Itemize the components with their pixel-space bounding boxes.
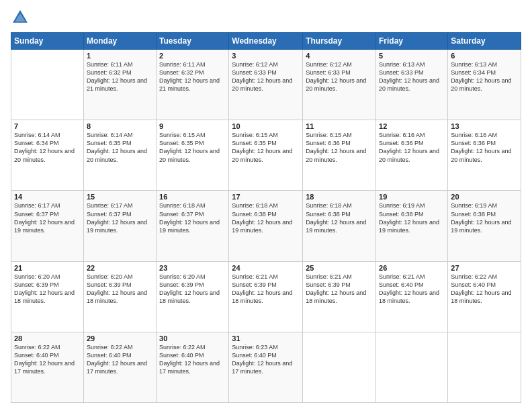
day-number: 5	[379, 52, 445, 60]
day-number: 6	[451, 52, 518, 60]
day-number: 23	[159, 264, 226, 272]
day-number: 25	[306, 264, 373, 272]
day-number: 10	[232, 122, 300, 130]
logo	[11, 8, 32, 27]
day-number: 28	[14, 334, 81, 342]
day-number: 27	[451, 264, 518, 272]
day-cell: 7 Sunrise: 6:14 AM Sunset: 6:34 PM Dayli…	[11, 120, 84, 191]
day-info: Sunrise: 6:11 AM Sunset: 6:32 PM Dayligh…	[159, 60, 226, 93]
week-row-2: 14 Sunrise: 6:17 AM Sunset: 6:37 PM Dayl…	[11, 191, 521, 261]
week-row-1: 7 Sunrise: 6:14 AM Sunset: 6:34 PM Dayli…	[11, 120, 521, 191]
day-info: Sunrise: 6:22 AM Sunset: 6:40 PM Dayligh…	[14, 343, 81, 376]
day-cell: 8 Sunrise: 6:14 AM Sunset: 6:35 PM Dayli…	[83, 120, 156, 191]
col-header-sunday: Sunday	[11, 33, 84, 50]
day-info: Sunrise: 6:14 AM Sunset: 6:35 PM Dayligh…	[87, 131, 153, 164]
day-cell: 21 Sunrise: 6:20 AM Sunset: 6:39 PM Dayl…	[11, 261, 84, 332]
day-cell: 3 Sunrise: 6:12 AM Sunset: 6:33 PM Dayli…	[229, 50, 303, 120]
day-info: Sunrise: 6:13 AM Sunset: 6:34 PM Dayligh…	[451, 60, 518, 93]
day-number: 12	[379, 122, 445, 130]
logo-icon	[11, 8, 30, 27]
day-cell: 15 Sunrise: 6:17 AM Sunset: 6:37 PM Dayl…	[83, 191, 156, 261]
day-cell: 31 Sunrise: 6:23 AM Sunset: 6:40 PM Dayl…	[229, 332, 303, 402]
day-cell	[303, 332, 376, 402]
header	[11, 8, 521, 27]
day-cell: 16 Sunrise: 6:18 AM Sunset: 6:37 PM Dayl…	[157, 191, 229, 261]
day-cell: 22 Sunrise: 6:20 AM Sunset: 6:39 PM Dayl…	[83, 261, 156, 332]
day-number: 18	[306, 193, 373, 201]
day-info: Sunrise: 6:18 AM Sunset: 6:38 PM Dayligh…	[306, 201, 373, 234]
day-number: 17	[232, 193, 300, 201]
day-number: 8	[87, 122, 153, 130]
week-row-4: 28 Sunrise: 6:22 AM Sunset: 6:40 PM Dayl…	[11, 332, 521, 402]
day-info: Sunrise: 6:20 AM Sunset: 6:39 PM Dayligh…	[159, 273, 226, 306]
day-number: 7	[14, 122, 81, 130]
day-info: Sunrise: 6:15 AM Sunset: 6:35 PM Dayligh…	[159, 131, 226, 164]
col-header-friday: Friday	[376, 33, 448, 50]
day-number: 9	[159, 122, 226, 130]
col-header-tuesday: Tuesday	[157, 33, 229, 50]
day-info: Sunrise: 6:17 AM Sunset: 6:37 PM Dayligh…	[14, 201, 81, 234]
week-row-3: 21 Sunrise: 6:20 AM Sunset: 6:39 PM Dayl…	[11, 261, 521, 332]
day-info: Sunrise: 6:18 AM Sunset: 6:38 PM Dayligh…	[232, 201, 300, 234]
day-cell: 27 Sunrise: 6:22 AM Sunset: 6:40 PM Dayl…	[448, 261, 521, 332]
day-info: Sunrise: 6:13 AM Sunset: 6:33 PM Dayligh…	[379, 60, 445, 93]
day-info: Sunrise: 6:16 AM Sunset: 6:36 PM Dayligh…	[379, 131, 445, 164]
day-info: Sunrise: 6:16 AM Sunset: 6:36 PM Dayligh…	[451, 131, 518, 164]
day-cell: 29 Sunrise: 6:22 AM Sunset: 6:40 PM Dayl…	[83, 332, 156, 402]
day-number: 31	[232, 334, 300, 342]
day-number: 13	[451, 122, 518, 130]
day-cell	[448, 332, 521, 402]
day-info: Sunrise: 6:11 AM Sunset: 6:32 PM Dayligh…	[87, 60, 153, 93]
day-cell: 19 Sunrise: 6:19 AM Sunset: 6:38 PM Dayl…	[376, 191, 448, 261]
day-number: 22	[87, 264, 153, 272]
day-cell	[11, 50, 84, 120]
day-cell: 26 Sunrise: 6:21 AM Sunset: 6:40 PM Dayl…	[376, 261, 448, 332]
day-number: 19	[379, 193, 445, 201]
day-info: Sunrise: 6:12 AM Sunset: 6:33 PM Dayligh…	[306, 60, 373, 93]
col-header-monday: Monday	[83, 33, 156, 50]
day-cell: 23 Sunrise: 6:20 AM Sunset: 6:39 PM Dayl…	[157, 261, 229, 332]
day-number: 26	[379, 264, 445, 272]
day-cell: 20 Sunrise: 6:19 AM Sunset: 6:38 PM Dayl…	[448, 191, 521, 261]
day-info: Sunrise: 6:19 AM Sunset: 6:38 PM Dayligh…	[379, 201, 445, 234]
day-info: Sunrise: 6:21 AM Sunset: 6:40 PM Dayligh…	[379, 273, 445, 306]
day-info: Sunrise: 6:15 AM Sunset: 6:35 PM Dayligh…	[232, 131, 300, 164]
day-info: Sunrise: 6:20 AM Sunset: 6:39 PM Dayligh…	[87, 273, 153, 306]
day-info: Sunrise: 6:17 AM Sunset: 6:37 PM Dayligh…	[87, 201, 153, 234]
day-info: Sunrise: 6:23 AM Sunset: 6:40 PM Dayligh…	[232, 343, 300, 376]
day-cell: 9 Sunrise: 6:15 AM Sunset: 6:35 PM Dayli…	[157, 120, 229, 191]
day-info: Sunrise: 6:20 AM Sunset: 6:39 PM Dayligh…	[14, 273, 81, 306]
day-cell: 4 Sunrise: 6:12 AM Sunset: 6:33 PM Dayli…	[303, 50, 376, 120]
day-cell: 25 Sunrise: 6:21 AM Sunset: 6:39 PM Dayl…	[303, 261, 376, 332]
day-cell: 1 Sunrise: 6:11 AM Sunset: 6:32 PM Dayli…	[83, 50, 156, 120]
day-number: 30	[159, 334, 226, 342]
day-info: Sunrise: 6:14 AM Sunset: 6:34 PM Dayligh…	[14, 131, 81, 164]
calendar-table: SundayMondayTuesdayWednesdayThursdayFrid…	[11, 32, 521, 403]
day-cell: 13 Sunrise: 6:16 AM Sunset: 6:36 PM Dayl…	[448, 120, 521, 191]
day-number: 20	[451, 193, 518, 201]
day-cell: 18 Sunrise: 6:18 AM Sunset: 6:38 PM Dayl…	[303, 191, 376, 261]
day-number: 15	[87, 193, 153, 201]
day-cell	[376, 332, 448, 402]
day-number: 1	[87, 52, 153, 60]
day-cell: 30 Sunrise: 6:22 AM Sunset: 6:40 PM Dayl…	[157, 332, 229, 402]
day-number: 16	[159, 193, 226, 201]
day-cell: 28 Sunrise: 6:22 AM Sunset: 6:40 PM Dayl…	[11, 332, 84, 402]
day-info: Sunrise: 6:21 AM Sunset: 6:39 PM Dayligh…	[232, 273, 300, 306]
day-info: Sunrise: 6:22 AM Sunset: 6:40 PM Dayligh…	[451, 273, 518, 306]
day-cell: 17 Sunrise: 6:18 AM Sunset: 6:38 PM Dayl…	[229, 191, 303, 261]
day-info: Sunrise: 6:21 AM Sunset: 6:39 PM Dayligh…	[306, 273, 373, 306]
day-info: Sunrise: 6:22 AM Sunset: 6:40 PM Dayligh…	[87, 343, 153, 376]
day-number: 3	[232, 52, 300, 60]
day-number: 11	[306, 122, 373, 130]
day-number: 24	[232, 264, 300, 272]
header-row: SundayMondayTuesdayWednesdayThursdayFrid…	[11, 33, 521, 50]
day-info: Sunrise: 6:18 AM Sunset: 6:37 PM Dayligh…	[159, 201, 226, 234]
day-cell: 14 Sunrise: 6:17 AM Sunset: 6:37 PM Dayl…	[11, 191, 84, 261]
col-header-thursday: Thursday	[303, 33, 376, 50]
day-cell: 6 Sunrise: 6:13 AM Sunset: 6:34 PM Dayli…	[448, 50, 521, 120]
col-header-wednesday: Wednesday	[229, 33, 303, 50]
day-info: Sunrise: 6:19 AM Sunset: 6:38 PM Dayligh…	[451, 201, 518, 234]
day-number: 2	[159, 52, 226, 60]
day-info: Sunrise: 6:22 AM Sunset: 6:40 PM Dayligh…	[159, 343, 226, 376]
